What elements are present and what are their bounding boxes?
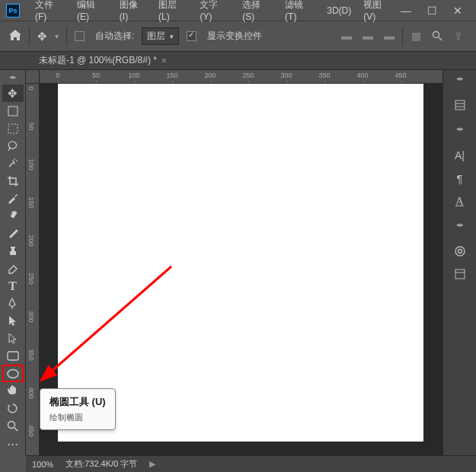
ps-logo: Ps bbox=[6, 4, 20, 18]
svg-rect-3 bbox=[8, 124, 18, 133]
document-tab[interactable]: 未标题-1 @ 100%(RGB/8#) * × bbox=[34, 54, 171, 67]
ellipse-tool[interactable] bbox=[2, 365, 24, 382]
zoom-tool[interactable] bbox=[2, 417, 24, 435]
paragraph-panel-icon[interactable]: ¶ bbox=[451, 169, 469, 187]
magic-wand-tool[interactable] bbox=[2, 155, 24, 172]
search-icon[interactable] bbox=[429, 27, 446, 44]
home-icon[interactable] bbox=[9, 30, 21, 43]
menu-file[interactable]: 文件(F) bbox=[29, 0, 71, 22]
menu-view[interactable]: 视图(V) bbox=[357, 0, 400, 22]
tab-close[interactable]: × bbox=[161, 56, 167, 66]
ruler-corner bbox=[26, 70, 40, 84]
window-close[interactable]: ✕ bbox=[452, 5, 464, 17]
document-title: 未标题-1 @ 100%(RGB/8#) * bbox=[39, 54, 157, 67]
hand-tool[interactable] bbox=[2, 382, 24, 400]
path-selection-tool[interactable] bbox=[2, 312, 24, 330]
tooltip: 椭圆工具 (U) 绘制椭圆 bbox=[40, 388, 116, 430]
rectangle-tool[interactable] bbox=[2, 347, 24, 365]
toolbar-collapse[interactable]: ◂▸ bbox=[2, 73, 24, 82]
tooltip-title: 椭圆工具 (U) bbox=[50, 395, 106, 409]
menu-3d[interactable]: 3D(D) bbox=[321, 5, 357, 16]
svg-rect-2 bbox=[8, 107, 18, 116]
svg-point-16 bbox=[455, 247, 465, 256]
svg-rect-18 bbox=[455, 269, 465, 279]
options-bar: ✥ ▾ 自动选择: 图层▾ 显示变换控件 ▬ ▬ ▬ ▦ ⇪ bbox=[0, 21, 476, 52]
zoom-level[interactable]: 100% bbox=[32, 460, 53, 469]
move-tool-icon: ✥ bbox=[37, 30, 47, 43]
panel-collapse[interactable]: ◂▸ bbox=[449, 75, 471, 85]
svg-point-17 bbox=[458, 250, 462, 254]
marquee-tool[interactable] bbox=[2, 120, 24, 137]
svg-rect-9 bbox=[8, 352, 18, 360]
svg-line-20 bbox=[50, 266, 171, 373]
right-panel: ◂▸ ◂▸ A| ¶ A ◂▸ bbox=[442, 70, 476, 455]
align-middle-icon[interactable]: ▬ bbox=[359, 27, 376, 44]
crop-tool[interactable] bbox=[2, 172, 24, 190]
eraser-tool[interactable] bbox=[2, 260, 24, 277]
document-tabs: 未标题-1 @ 100%(RGB/8#) * × bbox=[0, 52, 476, 70]
show-transform-label: 显示变换控件 bbox=[207, 30, 262, 43]
svg-rect-13 bbox=[455, 100, 465, 110]
svg-rect-7 bbox=[11, 248, 14, 251]
show-transform-checkbox[interactable] bbox=[187, 31, 196, 41]
svg-rect-6 bbox=[10, 251, 16, 255]
brush-tool[interactable] bbox=[2, 225, 24, 242]
type-tool[interactable]: T bbox=[2, 277, 24, 295]
eyedropper-tool[interactable] bbox=[2, 190, 24, 207]
align-top-icon[interactable]: ▬ bbox=[381, 27, 398, 44]
ruler-vertical[interactable]: 0 50 100 150 200 250 300 350 400 450 bbox=[26, 84, 40, 455]
menu-filter[interactable]: 滤镜(T) bbox=[279, 0, 321, 22]
distribute-icon[interactable]: ▦ bbox=[407, 27, 424, 44]
menu-type[interactable]: 文字(Y) bbox=[193, 0, 236, 22]
move-tool[interactable]: ✥ bbox=[2, 85, 24, 102]
title-bar: Ps 文件(F) 编辑(E) 图像(I) 图层(L) 文字(Y) 选择(S) 滤… bbox=[0, 0, 476, 21]
svg-line-4 bbox=[9, 161, 14, 167]
ruler-horizontal[interactable]: 0 50 100 150 200 250 300 350 400 450 bbox=[40, 70, 442, 84]
panel-collapse-2[interactable]: ◂▸ bbox=[449, 125, 471, 136]
artboard-tool[interactable] bbox=[2, 102, 24, 120]
svg-line-12 bbox=[14, 428, 18, 431]
auto-select-dropdown[interactable]: 图层▾ bbox=[142, 27, 179, 45]
svg-rect-5 bbox=[10, 211, 17, 218]
pen-tool[interactable] bbox=[2, 295, 24, 312]
menu-edit[interactable]: 编辑(E) bbox=[71, 0, 113, 22]
left-toolbar: ◂▸ ✥ T ⋯ bbox=[0, 70, 26, 455]
svg-line-1 bbox=[439, 37, 442, 40]
clone-stamp-tool[interactable] bbox=[2, 242, 24, 260]
menu-layer[interactable]: 图层(L) bbox=[152, 0, 193, 22]
window-minimize[interactable]: — bbox=[400, 5, 412, 17]
svg-point-10 bbox=[8, 369, 18, 378]
auto-select-checkbox[interactable] bbox=[75, 31, 85, 41]
svg-point-11 bbox=[8, 422, 15, 429]
glyphs-panel-icon[interactable]: A bbox=[451, 192, 469, 210]
svg-rect-8 bbox=[11, 247, 15, 248]
healing-brush-tool[interactable] bbox=[2, 207, 24, 225]
menu-image[interactable]: 图像(I) bbox=[113, 0, 152, 22]
auto-select-label: 自动选择: bbox=[95, 30, 134, 43]
history-panel-icon[interactable] bbox=[451, 96, 469, 114]
svg-point-0 bbox=[433, 31, 439, 37]
lasso-tool[interactable] bbox=[2, 137, 24, 155]
share-icon[interactable]: ⇪ bbox=[450, 27, 467, 44]
annotation-arrow bbox=[42, 263, 179, 384]
edit-toolbar[interactable]: ⋯ bbox=[2, 435, 24, 452]
menu-select[interactable]: 选择(S) bbox=[236, 0, 279, 22]
panel-collapse-3[interactable]: ◂▸ bbox=[449, 221, 471, 231]
layers-panel-icon[interactable] bbox=[451, 265, 469, 283]
tooltip-desc: 绘制椭圆 bbox=[50, 412, 106, 423]
character-panel-icon[interactable]: A| bbox=[451, 146, 469, 164]
libraries-panel-icon[interactable] bbox=[451, 242, 469, 260]
align-bottom-icon[interactable]: ▬ bbox=[338, 27, 355, 44]
doc-info[interactable]: 文档:732.4K/0 字节 bbox=[65, 458, 137, 470]
status-chevron-icon[interactable]: ▶ bbox=[149, 459, 155, 469]
status-bar: 100% 文档:732.4K/0 字节 ▶ bbox=[26, 455, 476, 472]
rotate-view-tool[interactable] bbox=[2, 400, 24, 417]
direct-selection-tool[interactable] bbox=[2, 330, 24, 347]
window-maximize[interactable]: ☐ bbox=[426, 5, 438, 17]
